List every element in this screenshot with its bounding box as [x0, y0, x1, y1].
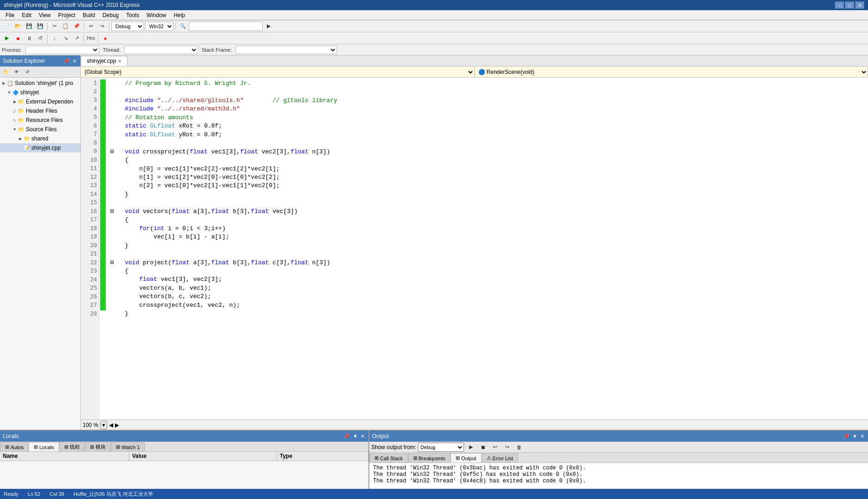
se-new-folder-btn[interactable]: 📁 [1, 67, 11, 77]
tab-threads[interactable]: ⊞ 线程 [59, 442, 85, 451]
locals-header: Locals 📌 ▼ ✕ [0, 431, 368, 442]
scope-left-dropdown[interactable]: (Global Scope) [81, 67, 475, 77]
save-all-btn[interactable]: 💾 [35, 21, 45, 31]
zoom-dropdown-btn[interactable]: ▼ [100, 421, 107, 429]
editor-body[interactable]: 12345 678910 1112131415 1617181920 21222… [81, 78, 868, 420]
search-input[interactable] [189, 22, 263, 31]
save-btn[interactable]: 💾 [24, 21, 34, 31]
tab-callstack[interactable]: ⊞ Call Stack [369, 453, 408, 462]
menu-help[interactable]: Help [170, 11, 189, 19]
new-btn[interactable]: 📄 [2, 21, 12, 31]
undo-btn[interactable]: ↩ [86, 21, 96, 31]
code-editor[interactable]: // Program by Richard S. Wright Jr. #inc… [107, 78, 868, 420]
output-btn1[interactable]: ▶ [466, 442, 476, 452]
tab-watch1[interactable]: ⊞ Watch 1 [111, 442, 145, 451]
output-source-dropdown[interactable]: Debug Build [418, 443, 464, 452]
cut-btn[interactable]: ✂ [49, 21, 60, 31]
pause-btn[interactable]: ⏸ [24, 33, 34, 43]
locals-pin-btn[interactable]: 📌 [343, 433, 351, 439]
output-icon: ⊞ [456, 455, 460, 461]
output-tabs: ⊞ Call Stack ⊞ Breakpoints ⊞ Output ⚠ Er… [369, 453, 868, 463]
tree-header-files[interactable]: ▷ 📁 Header Files [0, 106, 80, 116]
tab-output[interactable]: ⊞ Output [451, 453, 482, 462]
tab-breakpoints[interactable]: ⊞ Breakpoints [408, 453, 451, 462]
status-col: Col 39 [49, 491, 64, 497]
scope-right-dropdown[interactable]: 🔵 RenderScene(void) [475, 67, 868, 77]
tree-shared[interactable]: ▶ 📁 shared [0, 134, 80, 143]
code-margin [99, 78, 107, 420]
tree-resource-files[interactable]: ▷ 📁 Resource Files [0, 116, 80, 125]
title-bar-controls: – □ ✕ [835, 1, 864, 9]
tab-close-btn[interactable]: ✕ [118, 59, 121, 64]
menu-view[interactable]: View [35, 11, 54, 19]
close-button[interactable]: ✕ [855, 1, 864, 9]
scope-bar: (Global Scope) 🔵 RenderScene(void) [81, 67, 868, 78]
se-close-btn[interactable]: ✕ [72, 58, 78, 64]
process-dropdown[interactable] [25, 46, 99, 54]
se-pin-btn[interactable]: 📌 [62, 58, 71, 64]
output-line-2: The thread 'Win32 Thread' (0xf5c) has ex… [373, 471, 864, 478]
output-btn4[interactable]: ↪ [502, 442, 512, 452]
locals-arrow-btn[interactable]: ▼ [352, 433, 359, 439]
status-ln: Ln 52 [28, 491, 41, 497]
platform-dropdown[interactable]: Win32 [145, 22, 174, 31]
resource-files-label: Resource Files [26, 117, 63, 123]
menu-edit[interactable]: Edit [18, 11, 35, 19]
output-pin-btn[interactable]: 📌 [842, 433, 850, 439]
tab-shinyjet-cpp[interactable]: shinyjet.cpp ✕ [81, 56, 127, 66]
stackframe-dropdown[interactable] [235, 46, 337, 54]
paste-btn[interactable]: 📌 [72, 21, 82, 31]
output-line-1: The thread 'Win32 Thread' (0x3bac) has e… [373, 465, 864, 471]
tab-modules[interactable]: ⊞ 模块 [85, 442, 111, 451]
breakpoint-btn[interactable]: ● [100, 33, 110, 43]
stop-debug-btn[interactable]: ■ [13, 33, 23, 43]
se-refresh-btn[interactable]: ↺ [22, 67, 32, 77]
zoom-scroll-left[interactable]: ◀ [109, 422, 113, 428]
menu-file[interactable]: File [2, 11, 18, 19]
step-out-btn[interactable]: ↗ [72, 33, 82, 43]
copy-btn[interactable]: 📋 [60, 21, 71, 31]
autos-icon: ⊞ [5, 444, 9, 450]
solution-explorer-header: Solution Explorer 📌 ✕ [0, 55, 80, 67]
zoom-level: 100 % [83, 422, 98, 428]
tree-solution[interactable]: ▶ 📋 Solution 'shinyjet' (1 pro [0, 79, 80, 88]
zoom-scroll-right[interactable]: ▶ [115, 422, 119, 428]
menu-window[interactable]: Window [143, 11, 170, 19]
thread-dropdown[interactable] [124, 46, 198, 54]
debug-config-dropdown[interactable]: Debug Release [111, 22, 144, 31]
locals-close-btn[interactable]: ✕ [360, 433, 366, 439]
output-btn3[interactable]: ↩ [490, 442, 500, 452]
open-btn[interactable]: 📂 [13, 21, 23, 31]
menu-project[interactable]: Project [54, 11, 79, 19]
menu-tools[interactable]: Tools [122, 11, 143, 19]
hex-btn[interactable]: Hex [86, 33, 96, 43]
output-arrow-btn[interactable]: ▼ [851, 433, 858, 439]
restart-btn[interactable]: ↺ [35, 33, 45, 43]
step-into-btn[interactable]: ↘ [60, 33, 71, 43]
menu-build[interactable]: Build [79, 11, 99, 19]
se-show-all-btn[interactable]: 👁 [12, 67, 22, 77]
col-value: Value [129, 452, 277, 461]
title-bar-title: shinyjet (Running) - Microsoft Visual C+… [4, 2, 140, 8]
minimize-button[interactable]: – [835, 1, 844, 9]
header-files-icon: 📁 [18, 107, 25, 115]
redo-btn[interactable]: ↪ [97, 21, 107, 31]
tab-locals[interactable]: ⊞ Locals [29, 442, 59, 451]
find-btn[interactable]: 🔍 [178, 21, 188, 31]
menu-debug[interactable]: Debug [99, 11, 122, 19]
tab-errorlist[interactable]: ⚠ Error List [482, 453, 518, 462]
step-over-btn[interactable]: ↓ [49, 33, 60, 43]
modules-label: 模块 [96, 444, 106, 450]
output-clear-btn[interactable]: 🗑 [514, 442, 524, 452]
output-btn2[interactable]: ⏹ [478, 442, 488, 452]
tree-source-files[interactable]: ▼ 📁 Source Files [0, 125, 80, 134]
se-title: Solution Explorer [3, 58, 45, 64]
tab-autos[interactable]: ⊞ Autos [0, 442, 29, 451]
output-close-btn[interactable]: ✕ [859, 433, 865, 439]
search-go-btn[interactable]: ▶ [264, 21, 274, 31]
tree-external-dep[interactable]: ▶ 📁 External Dependen [0, 97, 80, 106]
start-debug-btn[interactable]: ▶ [2, 33, 12, 43]
maximize-button[interactable]: □ [845, 1, 854, 9]
tree-shinyjet-cpp[interactable]: ▷ 📝 shinyjet.cpp [0, 143, 80, 152]
tree-project[interactable]: ▼ 🔷 shinyjet [0, 88, 80, 97]
